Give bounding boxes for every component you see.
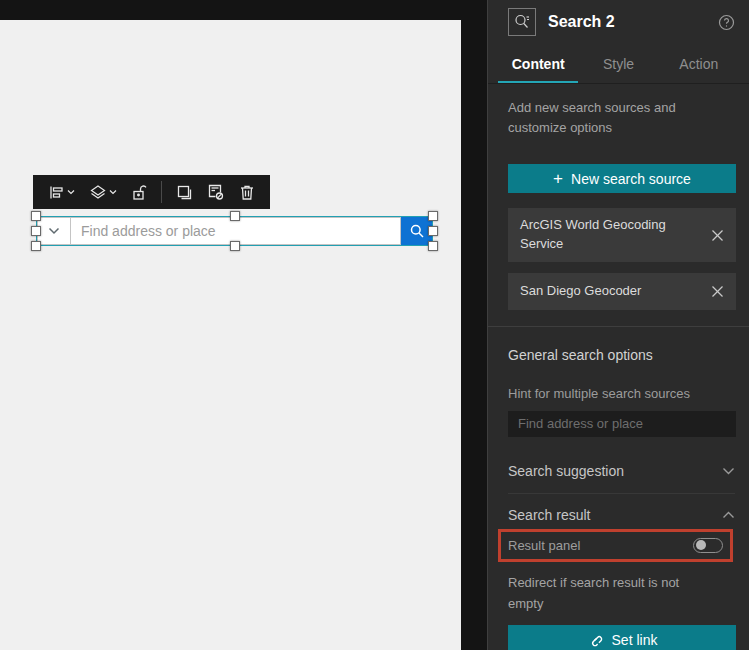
section-divider: [488, 326, 749, 327]
search-suggestion-section[interactable]: Search suggestion: [508, 463, 735, 479]
plus-icon: +: [553, 170, 563, 187]
new-search-source-label: New search source: [571, 171, 691, 187]
duplicate-icon: [176, 184, 193, 201]
search-result-section[interactable]: Search result: [508, 507, 735, 523]
order-icon: [89, 184, 107, 201]
tab-style[interactable]: Style: [578, 48, 658, 83]
result-panel-row: Result panel: [508, 538, 723, 553]
source-name: San Diego Geocoder: [520, 282, 709, 301]
set-link-button[interactable]: Set link: [508, 625, 736, 650]
source-name: ArcGIS World Geocoding Service: [520, 216, 709, 254]
duplicate-button[interactable]: [171, 180, 198, 205]
source-dropdown-button[interactable]: [37, 217, 70, 245]
set-link-label: Set link: [612, 632, 658, 648]
selection-handle[interactable]: [230, 211, 240, 221]
chevron-down-icon: [67, 189, 75, 195]
tab-content[interactable]: Content: [498, 48, 578, 83]
highlight-annotation: Result panel: [498, 529, 733, 562]
magnifier-icon: [409, 223, 425, 239]
selection-handle[interactable]: [31, 241, 41, 251]
section-divider: [508, 493, 735, 494]
chevron-down-icon: [109, 189, 117, 195]
toggle-knob: [696, 540, 706, 550]
chevron-down-icon: [48, 227, 60, 235]
widget-toolbar: [33, 175, 270, 209]
align-button[interactable]: [43, 180, 80, 205]
toolbar-divider: [161, 181, 162, 203]
selection-handle[interactable]: [31, 211, 41, 221]
unlock-button[interactable]: [126, 180, 152, 205]
pending-button[interactable]: [202, 179, 230, 205]
link-icon: [587, 631, 604, 648]
delete-button[interactable]: [234, 180, 260, 205]
selection-handle[interactable]: [230, 241, 240, 251]
panel-description: Add new search sources and customize opt…: [508, 98, 728, 138]
design-canvas[interactable]: [0, 20, 461, 650]
selection-handle[interactable]: [428, 226, 438, 236]
search-widget-selection: [36, 216, 433, 246]
align-icon: [48, 184, 65, 201]
result-panel-toggle[interactable]: [693, 538, 723, 553]
selection-handle[interactable]: [31, 226, 41, 236]
close-icon[interactable]: [709, 283, 726, 300]
panel-tabs: Content Style Action: [488, 42, 749, 84]
widget-settings-panel: Search 2 Content Style Action Add new se…: [487, 0, 749, 650]
hint-input[interactable]: [508, 411, 736, 437]
redirect-label: Redirect if search result is not empty: [508, 573, 708, 615]
source-item-arcgis[interactable]: ArcGIS World Geocoding Service: [508, 208, 736, 262]
general-options-heading: General search options: [508, 347, 735, 363]
search-suggestion-label: Search suggestion: [508, 463, 624, 479]
page-title: Search 2: [548, 13, 718, 31]
order-button[interactable]: [84, 180, 122, 205]
tab-action[interactable]: Action: [659, 48, 739, 83]
chevron-up-icon: [722, 511, 735, 519]
unlock-icon: [131, 184, 147, 201]
hint-label: Hint for multiple search sources: [508, 386, 735, 401]
chevron-down-icon: [722, 467, 735, 475]
pending-icon: [207, 183, 225, 201]
search-result-label: Search result: [508, 507, 590, 523]
search-suggest-icon: [508, 8, 536, 36]
delete-icon: [239, 184, 255, 201]
source-item-sandiego[interactable]: San Diego Geocoder: [508, 273, 736, 310]
search-input[interactable]: [71, 223, 400, 239]
panel-header: Search 2: [488, 0, 749, 42]
help-circle-icon[interactable]: [718, 14, 735, 31]
close-icon[interactable]: [709, 227, 726, 244]
selection-handle[interactable]: [428, 241, 438, 251]
result-panel-label: Result panel: [508, 538, 580, 553]
new-search-source-button[interactable]: + New search source: [508, 164, 736, 193]
selection-handle[interactable]: [428, 211, 438, 221]
